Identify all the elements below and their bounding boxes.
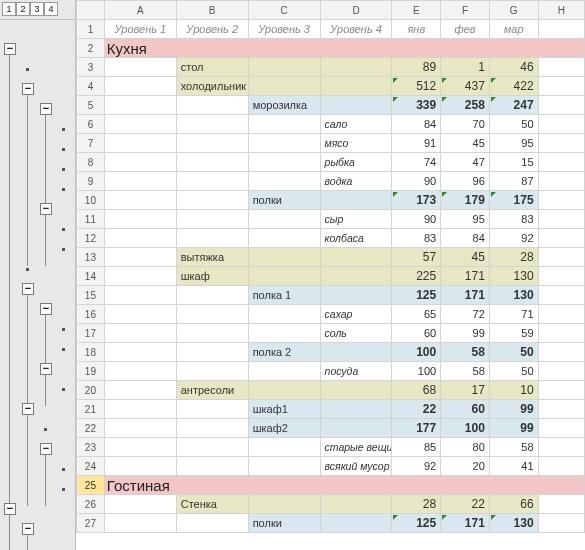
outline-collapse-button[interactable]: − xyxy=(4,43,16,55)
cell[interactable] xyxy=(320,343,392,362)
cell[interactable] xyxy=(176,457,248,476)
cell[interactable] xyxy=(104,172,176,191)
cell[interactable] xyxy=(320,191,392,210)
value-cell[interactable]: 10 xyxy=(489,381,538,400)
cell[interactable]: сало xyxy=(320,115,392,134)
row-header[interactable]: 9 xyxy=(77,172,105,191)
cell[interactable] xyxy=(176,96,248,115)
cell[interactable] xyxy=(538,115,584,134)
outline-collapse-button[interactable]: − xyxy=(40,203,52,215)
row-header[interactable]: 26 xyxy=(77,495,105,514)
cell[interactable] xyxy=(248,362,320,381)
outline-level-2[interactable]: 2 xyxy=(16,2,30,16)
cell[interactable]: Стенка xyxy=(176,495,248,514)
row-header[interactable]: 22 xyxy=(77,419,105,438)
row-header[interactable]: 3 xyxy=(77,58,105,77)
value-cell[interactable]: 99 xyxy=(441,324,490,343)
row-header[interactable]: 21 xyxy=(77,400,105,419)
value-cell[interactable]: 84 xyxy=(441,229,490,248)
outline-collapse-button[interactable]: − xyxy=(40,443,52,455)
hdr-G[interactable]: мар xyxy=(489,20,538,39)
cell[interactable]: водка xyxy=(320,172,392,191)
cell[interactable] xyxy=(320,58,392,77)
cell[interactable] xyxy=(176,362,248,381)
cell[interactable] xyxy=(104,514,176,533)
col-header-C[interactable]: C xyxy=(248,1,320,20)
cell[interactable] xyxy=(320,267,392,286)
value-cell[interactable]: 87 xyxy=(489,172,538,191)
value-cell[interactable]: 179 xyxy=(441,191,490,210)
cell[interactable] xyxy=(538,457,584,476)
cell[interactable]: полка 1 xyxy=(248,286,320,305)
cell[interactable] xyxy=(176,153,248,172)
cell[interactable] xyxy=(248,115,320,134)
value-cell[interactable]: 17 xyxy=(441,381,490,400)
value-cell[interactable]: 130 xyxy=(489,267,538,286)
value-cell[interactable]: 22 xyxy=(441,495,490,514)
cell[interactable] xyxy=(248,58,320,77)
level1-cell[interactable]: Кухня xyxy=(104,39,584,58)
outline-collapse-button[interactable]: − xyxy=(40,363,52,375)
row-header[interactable]: 2 xyxy=(77,39,105,58)
value-cell[interactable]: 91 xyxy=(392,134,441,153)
row-header[interactable]: 15 xyxy=(77,286,105,305)
value-cell[interactable]: 339 xyxy=(392,96,441,115)
cell[interactable] xyxy=(538,248,584,267)
value-cell[interactable]: 74 xyxy=(392,153,441,172)
cell[interactable]: полки xyxy=(248,514,320,533)
value-cell[interactable]: 83 xyxy=(392,229,441,248)
cell[interactable] xyxy=(248,457,320,476)
hdr-A[interactable]: Уровень 1 xyxy=(104,20,176,39)
cell[interactable]: антресоли xyxy=(176,381,248,400)
cell[interactable] xyxy=(538,381,584,400)
value-cell[interactable]: 50 xyxy=(489,343,538,362)
cell[interactable]: всякий мусор xyxy=(320,457,392,476)
cell[interactable] xyxy=(320,96,392,115)
outline-collapse-button[interactable]: − xyxy=(22,283,34,295)
value-cell[interactable]: 95 xyxy=(441,210,490,229)
cell[interactable] xyxy=(538,400,584,419)
hdr-D[interactable]: Уровень 4 xyxy=(320,20,392,39)
cell[interactable] xyxy=(104,495,176,514)
row-header[interactable]: 24 xyxy=(77,457,105,476)
cell[interactable] xyxy=(104,96,176,115)
value-cell[interactable]: 83 xyxy=(489,210,538,229)
value-cell[interactable]: 125 xyxy=(392,286,441,305)
cell[interactable]: стол xyxy=(176,58,248,77)
value-cell[interactable]: 177 xyxy=(392,419,441,438)
col-header-D[interactable]: D xyxy=(320,1,392,20)
cell[interactable] xyxy=(538,77,584,96)
outline-collapse-button[interactable]: − xyxy=(40,303,52,315)
value-cell[interactable]: 58 xyxy=(489,438,538,457)
value-cell[interactable]: 45 xyxy=(441,248,490,267)
value-cell[interactable]: 80 xyxy=(441,438,490,457)
outline-collapse-button[interactable]: − xyxy=(4,503,16,515)
row-header[interactable]: 20 xyxy=(77,381,105,400)
value-cell[interactable]: 247 xyxy=(489,96,538,115)
value-cell[interactable]: 58 xyxy=(441,343,490,362)
cell[interactable] xyxy=(538,58,584,77)
cell[interactable] xyxy=(104,419,176,438)
cell[interactable] xyxy=(248,153,320,172)
value-cell[interactable]: 173 xyxy=(392,191,441,210)
row-header[interactable]: 27 xyxy=(77,514,105,533)
value-cell[interactable]: 175 xyxy=(489,191,538,210)
cell[interactable] xyxy=(104,58,176,77)
col-header-B[interactable]: B xyxy=(176,1,248,20)
col-header-A[interactable]: A xyxy=(104,1,176,20)
cell[interactable] xyxy=(248,134,320,153)
cell[interactable] xyxy=(104,153,176,172)
cell[interactable] xyxy=(320,381,392,400)
row-header[interactable]: 12 xyxy=(77,229,105,248)
outline-collapse-button[interactable]: − xyxy=(22,83,34,95)
cell[interactable]: шкаф2 xyxy=(248,419,320,438)
hdr-B[interactable]: Уровень 2 xyxy=(176,20,248,39)
cell[interactable] xyxy=(538,210,584,229)
cell[interactable] xyxy=(176,343,248,362)
cell[interactable] xyxy=(320,419,392,438)
cell[interactable] xyxy=(176,115,248,134)
cell[interactable] xyxy=(248,305,320,324)
cell[interactable]: посуда xyxy=(320,362,392,381)
cell[interactable] xyxy=(248,267,320,286)
cell[interactable] xyxy=(538,362,584,381)
